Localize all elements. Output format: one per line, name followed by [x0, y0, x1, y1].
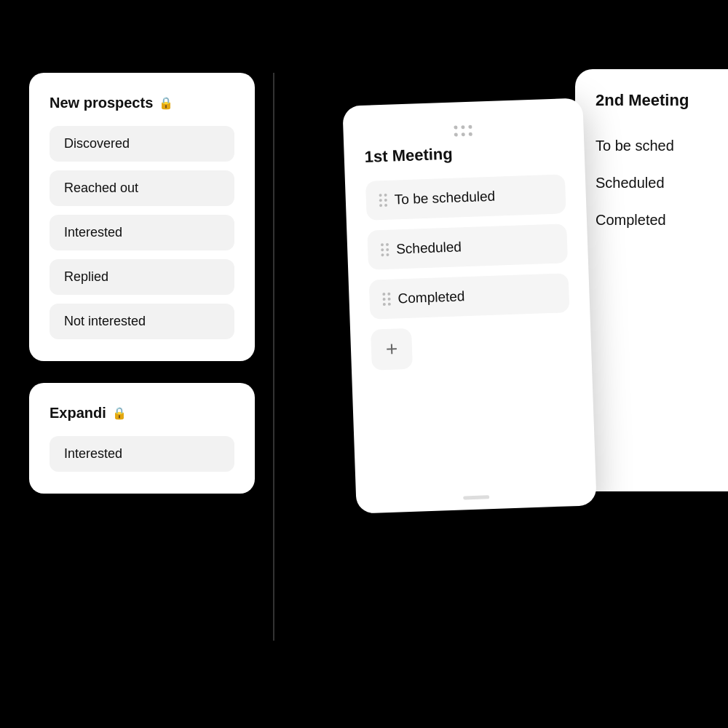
card-item-completed[interactable]: Completed — [369, 273, 570, 320]
second-meeting-item-0[interactable]: To be sched — [596, 127, 728, 165]
expandi-title: Expandi 🔒 — [50, 405, 234, 422]
expandi-panel: Expandi 🔒 Interested — [29, 383, 255, 494]
second-meeting-item-1[interactable]: Scheduled — [596, 165, 728, 202]
second-meeting-item-2[interactable]: Completed — [596, 202, 728, 239]
item-completed-label: Completed — [397, 288, 465, 306]
new-prospects-label: New prospects — [50, 95, 153, 111]
left-panels: New prospects 🔒 Discovered Reached out I… — [29, 73, 255, 494]
h2-dot-3 — [381, 248, 384, 251]
card-item-scheduled[interactable]: Scheduled — [367, 223, 568, 270]
tag-interested[interactable]: Interested — [50, 215, 234, 250]
drag-handle-0 — [379, 194, 388, 207]
h-dot-5 — [379, 204, 382, 207]
drag-handle-2 — [382, 293, 391, 306]
h-dot-3 — [379, 199, 382, 202]
add-button[interactable]: + — [371, 328, 413, 371]
h3-dot-3 — [383, 298, 386, 301]
tag-discovered[interactable]: Discovered — [50, 126, 234, 162]
dot-5 — [462, 132, 465, 136]
dot-4 — [454, 132, 458, 136]
h3-dot-2 — [387, 293, 390, 296]
h-dot-6 — [384, 204, 387, 207]
tag-replied[interactable]: Replied — [50, 259, 234, 295]
h2-dot-2 — [386, 243, 389, 246]
expandi-lock-icon: 🔒 — [112, 406, 127, 420]
new-prospects-title: New prospects 🔒 — [50, 95, 234, 111]
h2-dot-4 — [386, 248, 389, 251]
drag-dots-grid — [454, 125, 473, 138]
item-scheduled-label: Scheduled — [396, 239, 462, 257]
h2-dot-1 — [381, 243, 384, 246]
card-item-to-be-scheduled[interactable]: To be scheduled — [365, 174, 566, 221]
item-to-be-scheduled-label: To be scheduled — [394, 189, 495, 208]
h-dot-1 — [379, 194, 382, 197]
expandi-label: Expandi — [50, 405, 106, 422]
h3-dot-4 — [388, 298, 391, 301]
tag-not-interested[interactable]: Not interested — [50, 304, 234, 339]
h-dot-4 — [384, 199, 387, 202]
first-meeting-title: 1st Meeting — [364, 141, 564, 167]
drag-dots-top — [363, 122, 563, 141]
tag-reached-out[interactable]: Reached out — [50, 170, 234, 206]
new-prospects-panel: New prospects 🔒 Discovered Reached out I… — [29, 73, 255, 361]
second-meeting-card[interactable]: 2nd Meeting To be sched Scheduled Comple… — [575, 69, 728, 491]
card-bottom-indicator — [463, 495, 489, 499]
h2-dot-5 — [381, 253, 384, 256]
dot-6 — [469, 132, 472, 136]
dot-2 — [461, 125, 464, 129]
dot-1 — [454, 125, 457, 129]
h-dot-2 — [384, 194, 387, 197]
h3-dot-1 — [382, 293, 385, 296]
drag-handle-1 — [381, 243, 389, 256]
tag-expandi-interested[interactable]: Interested — [50, 436, 234, 472]
dot-3 — [468, 125, 472, 129]
vertical-divider — [273, 73, 274, 641]
h3-dot-5 — [383, 303, 386, 306]
new-prospects-lock-icon: 🔒 — [159, 96, 173, 110]
scene: New prospects 🔒 Discovered Reached out I… — [0, 0, 728, 728]
h3-dot-6 — [388, 303, 391, 306]
first-meeting-card[interactable]: 1st Meeting To be scheduled Schedul — [342, 98, 596, 513]
h2-dot-6 — [386, 253, 389, 256]
second-meeting-title: 2nd Meeting — [596, 91, 728, 110]
